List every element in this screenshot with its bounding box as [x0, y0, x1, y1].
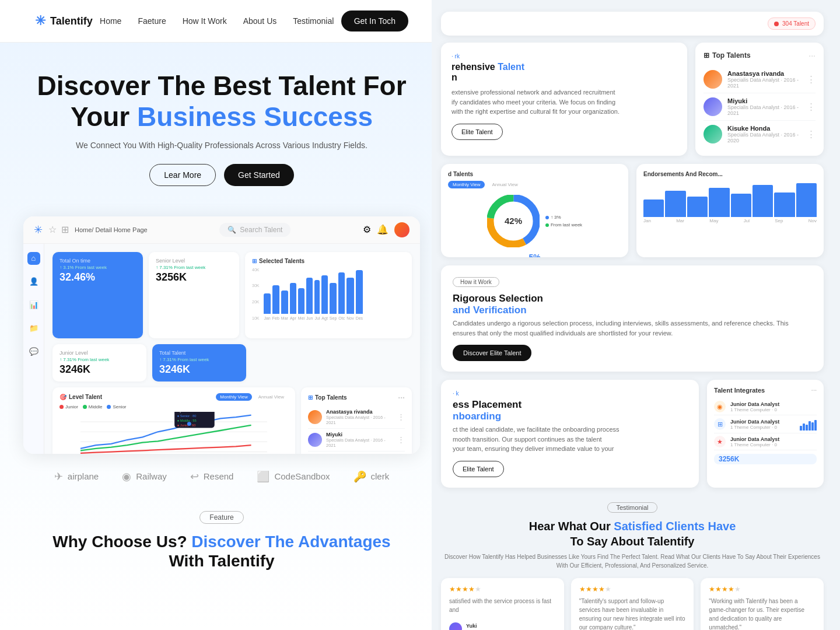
stat-total-ontime: Total On time ↑ 3.1% From last week 32.4… [52, 252, 143, 338]
get-started-button[interactable]: Get Started [224, 164, 294, 186]
stats-row-2: Junior Level ↑ 7.31% From last week 3246… [52, 344, 412, 382]
bar-item: Otc [338, 272, 345, 320]
ti-info-1: Junior Data Analyst 1 Theme Computer · 0 [730, 401, 817, 412]
bar-month-label: Des [356, 316, 363, 320]
talent-more-btn[interactable]: ⋮ [397, 412, 405, 421]
stats-row: Total On time ↑ 3.1% From last week 32.4… [52, 252, 412, 338]
talent-rows-container: Anastasya rivandaSpecialis Data Analyst … [308, 406, 405, 454]
nav-home[interactable]: Home [100, 16, 121, 26]
sidebar-message-icon[interactable]: 💬 [27, 345, 40, 358]
svg-text:42%: 42% [505, 216, 522, 226]
bar-month-label: Apr [290, 316, 296, 320]
brand-airplane: ✈ airplane [54, 470, 99, 483]
annual-btn[interactable]: Annual View [487, 181, 522, 188]
ti-row-3: ★ Junior Data Analyst 1 Theme Computer ·… [714, 433, 817, 450]
comp-body: extensive professional network and advan… [452, 88, 677, 117]
right-talent-avatar [704, 97, 722, 116]
testimonial-subtext: Discover How Talentify Has Helped Busine… [441, 552, 824, 570]
nav-faeture[interactable]: Faeture [138, 16, 166, 26]
right-talent-name: Anastasya rivanda [727, 70, 802, 77]
nav-testimonial[interactable]: Testimonial [293, 16, 334, 26]
legend-senior: Senior [107, 404, 126, 410]
right-talent-more-btn[interactable]: ⋮ [807, 74, 816, 85]
bar-month-label: Sep [330, 316, 337, 320]
talent-info: Anastasya rivandaSpecialis Data Analyst … [326, 409, 393, 425]
bar [346, 278, 354, 314]
right-talent-more-btn[interactable]: ⋮ [807, 129, 816, 139]
nav-about[interactable]: About Us [243, 16, 277, 26]
logo-icon: ✳ [35, 13, 46, 29]
learn-more-button[interactable]: Lear More [149, 164, 216, 186]
ti-more-icon[interactable]: ··· [811, 387, 817, 394]
stat-junior-level: Junior Level ↑ 7.31% From last week 3246… [52, 344, 146, 382]
nav-how[interactable]: How It Work [183, 16, 227, 26]
talent-row: MiyukiSpecialis Data Analyst · 2016 - 20… [308, 429, 405, 452]
top-talents-title: ⊞ Top Talents ··· [308, 393, 405, 402]
ti-row-2: ⊞ Junior Data Analyst 1 Theme Computer ·… [714, 415, 817, 433]
more-options-icon[interactable]: ··· [398, 393, 405, 402]
bar-month-label: Agt [321, 316, 328, 320]
pie-chart-container: 42% ↑ 3% From last week [448, 192, 621, 250]
sidebar-folder-icon[interactable]: 📁 [27, 322, 40, 335]
get-in-touch-button[interactable]: Get In Toch [341, 10, 408, 32]
sidebar-home-icon[interactable]: ⌂ [27, 252, 40, 265]
ti-info-2: Junior Data Analyst 1 Theme Computer · 0 [730, 419, 795, 430]
hiw-body: Candidates undergo a rigorous selection … [453, 318, 812, 338]
grid-icon[interactable]: ⊞ [61, 224, 69, 235]
sidebar-user-icon[interactable]: 👤 [27, 275, 40, 288]
railway-icon: ◉ [122, 470, 131, 483]
hiw-badge: How it Work [453, 277, 499, 287]
elite-talent-btn-1[interactable]: Elite Talent [452, 124, 503, 140]
testimonial-title: Hear What Our Satisfied Clients Have To … [441, 519, 824, 549]
topbar-right: ⚙ 🔔 [363, 222, 410, 237]
bar-item: Nov [346, 278, 354, 320]
right-talent-role: Specialis Data Analyst · 2016 - 2021 [727, 77, 802, 89]
svg-text:● Senior : 80: ● Senior : 80 [177, 414, 197, 418]
bar-month-label: Feb [272, 316, 279, 320]
talent-value-badge: 3256K [714, 454, 817, 464]
topbar-left: ✳ ☆ ⊞ Home/ Detail Home Page [34, 223, 148, 236]
svg-text:● Junior : 60: ● Junior : 60 [177, 424, 196, 427]
talent-more-btn[interactable]: ⋮ [397, 435, 405, 444]
legend: Junior Middle Senior [60, 404, 288, 410]
discover-elite-btn[interactable]: Discover Elite Talent [453, 345, 531, 361]
sidebar-chart-icon[interactable]: 📊 [27, 299, 40, 312]
brand-resend: ↩ Resend [190, 470, 234, 483]
bar [272, 285, 279, 314]
bar-month-label: Jan [264, 316, 270, 320]
author-info-1: Yuki Leader @Shiba_Miyuki [466, 623, 514, 630]
bar [264, 293, 270, 314]
onboard-title: ess Placementnboarding [453, 399, 687, 422]
right-talent-row: Kisuke HondaSpecialis Data Analyst · 201… [704, 121, 816, 148]
bar [330, 283, 337, 314]
elite-talent-btn-2[interactable]: Elite Talent [453, 461, 504, 477]
panel-more-icon[interactable]: ··· [808, 51, 816, 60]
top-talents-panel: ⊞ Top Talents ··· Anastasya rivandaSpeci… [695, 43, 824, 156]
dash-logo-icon: ✳ [34, 223, 43, 236]
star-icon[interactable]: ☆ [48, 224, 57, 235]
dashboard-card: ✳ ☆ ⊞ Home/ Detail Home Page 🔍 Search Ta… [23, 216, 420, 454]
breadcrumb: Home/ Detail Home Page [75, 226, 148, 233]
right-talent-avatar [704, 70, 722, 89]
search-icon: 🔍 [228, 226, 236, 234]
search-box[interactable]: 🔍 Search Talent [219, 223, 290, 237]
ti-header: Talent Integrates ··· [714, 387, 817, 394]
user-avatar[interactable] [394, 222, 410, 237]
panel-icon: ⊞ [704, 51, 709, 60]
testimonial-badge: Testimonial [607, 502, 657, 513]
bar [314, 280, 320, 313]
testimonial-section: Testimonial Hear What Our Satisfied Clie… [441, 496, 824, 631]
annual-view-btn[interactable]: Annual View [254, 393, 288, 401]
review-text-3: "Working with Talentify has been a game-… [709, 597, 816, 631]
settings-icon[interactable]: ⚙ [363, 224, 371, 235]
stars-2: ★★★★★ [579, 585, 686, 593]
clerk-icon: 🔑 [354, 470, 366, 483]
testimonials-row: ★★★★★ satisfied with the service process… [441, 578, 824, 631]
monthly-btn[interactable]: Monthly View [448, 181, 485, 188]
monthly-view-btn[interactable]: Monthly View [216, 393, 251, 401]
mini-bar-labels: JanMarMayJulSepNov [643, 218, 817, 223]
bar [338, 272, 345, 314]
bar-item: Mei [298, 288, 304, 320]
right-talent-more-btn[interactable]: ⋮ [807, 102, 816, 112]
bell-icon[interactable]: 🔔 [377, 224, 388, 235]
